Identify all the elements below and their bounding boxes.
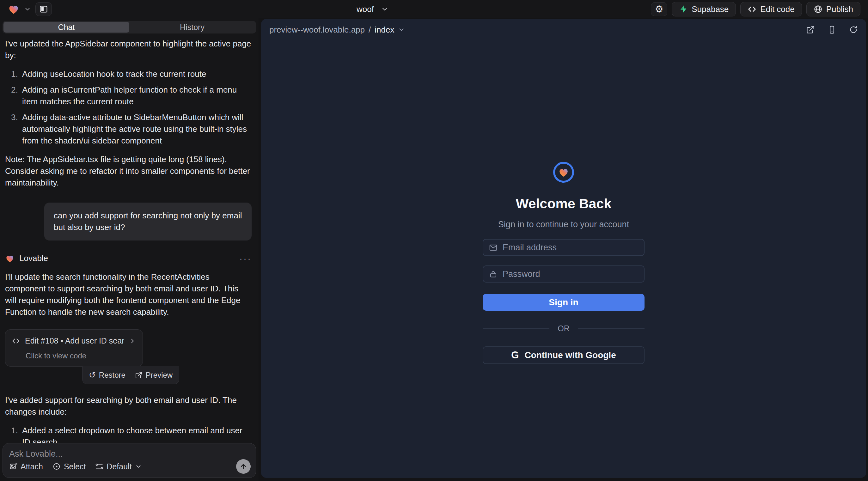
external-link-icon [135,371,143,379]
composer-input[interactable]: Ask Lovable... [9,449,249,459]
attach-button[interactable]: Attach [9,462,43,471]
supabase-label: Supabase [692,4,728,14]
open-in-new-tab-icon[interactable] [806,25,815,34]
preview-version-button[interactable]: Preview [135,369,173,381]
settings-button[interactable]: ⚙ [651,2,667,16]
assistant-paragraph: I've updated the AppSidebar component to… [5,38,252,61]
google-signin-button[interactable]: G Continue with Google [483,346,645,364]
signin-subtitle: Sign in to continue to your account [498,220,629,229]
edit-card-title: Edit #108 • Add user ID search supp... [25,335,124,347]
code-icon [748,5,756,13]
password-placeholder: Password [503,269,540,279]
email-field[interactable]: Email address [483,239,645,256]
preview-panel: preview--woof.lovable.app / index Welcom… [261,19,866,478]
sidebar-toggle-button[interactable] [35,2,52,16]
chat-history-tabs: Chat History [3,21,256,33]
signin-page: Welcome Back Sign in to continue to your… [261,40,866,478]
restore-label: Restore [99,369,125,381]
chevron-right-icon [129,337,136,345]
assistant-message-header: Lovable ··· [5,253,252,264]
code-icon [12,337,20,345]
edit-card-subtitle: Click to view code [26,350,136,361]
restore-icon: ↺ [89,371,96,379]
select-label: Select [64,462,86,471]
password-field[interactable]: Password [483,265,645,283]
publish-button[interactable]: Publish [806,2,860,17]
google-g-icon: G [511,350,519,361]
send-button[interactable] [236,459,251,474]
assistant-note: Note: The AppSidebar.tsx file is getting… [5,154,252,189]
google-label: Continue with Google [524,350,616,360]
globe-icon [814,5,823,13]
assistant-paragraph: I'll update the search functionality in … [5,271,252,318]
tab-chat[interactable]: Chat [3,22,129,33]
tab-history[interactable]: History [129,22,255,33]
select-element-button[interactable]: Select [53,462,86,471]
lovable-heart-icon [5,254,14,263]
signin-title: Welcome Back [516,196,612,212]
mode-select-button[interactable]: Default [95,462,142,471]
attach-image-icon [9,462,18,471]
email-placeholder: Email address [503,243,557,253]
chat-composer[interactable]: Ask Lovable... Attach Select Default [3,443,256,478]
refresh-icon[interactable] [849,25,858,34]
preview-url-breadcrumb[interactable]: preview--woof.lovable.app / index [269,25,405,35]
edit-version-card[interactable]: Edit #108 • Add user ID search supp... C… [5,329,143,366]
lovable-logo-heart-icon[interactable] [8,3,20,15]
chevron-down-icon [398,26,405,33]
assistant-list: Adding useLocation hook to track the cur… [20,68,252,147]
project-menu-chevron-icon[interactable] [24,6,31,13]
publish-label: Publish [826,4,853,14]
preview-page: index [375,25,394,35]
user-message-bubble: can you add support for searching not on… [44,202,252,241]
restore-button[interactable]: ↺ Restore [89,369,125,381]
or-label: OR [558,324,569,333]
arrow-up-icon [239,462,248,471]
project-switcher[interactable]: woof [356,0,389,18]
lock-icon [489,270,498,279]
chat-messages: I've updated the AppSidebar component to… [0,33,257,481]
edit-code-label: Edit code [760,4,794,14]
or-divider: OR [483,324,645,333]
edit-code-button[interactable]: Edit code [740,2,802,17]
preview-domain: preview--woof.lovable.app [269,25,365,35]
project-name: woof [356,4,374,14]
version-actions-bar: ↺ Restore Preview [82,366,179,384]
signin-button[interactable]: Sign in [483,294,645,311]
app-logo [553,162,574,183]
select-target-icon [53,462,61,471]
mode-label: Default [106,462,131,471]
gear-icon: ⚙ [655,4,663,14]
preview-label: Preview [146,369,173,381]
list-item: Adding useLocation hook to track the cur… [20,68,252,80]
chat-panel: Chat History I've updated the AppSidebar… [0,18,258,481]
assistant-paragraph: I've added support for searching by both… [5,394,252,418]
chevron-down-icon [381,5,389,13]
assistant-name: Lovable [19,253,48,264]
envelope-icon [489,243,498,252]
list-item: Modified the Edge Function to handle bot… [20,480,252,481]
top-bar: woof ⚙ Supabase Edit code Publish [0,0,868,18]
breadcrumb-separator: / [369,25,371,35]
preview-header: preview--woof.lovable.app / index [261,19,866,40]
mobile-view-icon[interactable] [828,25,836,34]
supabase-button[interactable]: Supabase [672,2,736,17]
chevron-down-icon [135,463,142,470]
heart-icon [558,166,569,178]
attach-label: Attach [21,462,43,471]
list-item: Adding an isCurrentPath helper function … [20,84,252,107]
supabase-icon [679,5,688,13]
list-item: Adding data-active attribute to SidebarM… [20,111,252,147]
message-more-button[interactable]: ··· [239,257,252,260]
sliders-icon [95,462,103,471]
